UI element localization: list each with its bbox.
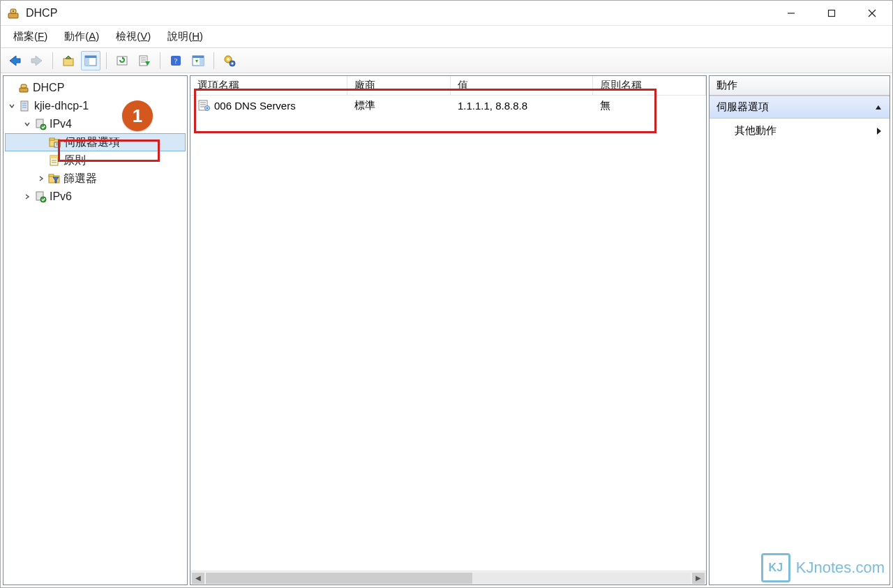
help-button[interactable]: ? (166, 51, 186, 70)
dhcp-icon (17, 82, 30, 94)
properties-button[interactable] (220, 51, 239, 70)
svg-rect-49 (49, 174, 54, 176)
toolbar: ? (1, 48, 892, 73)
menu-action[interactable]: 動作(A) (56, 27, 107, 46)
svg-rect-0 (8, 13, 18, 18)
forward-button[interactable] (27, 51, 47, 70)
close-button[interactable] (852, 1, 892, 25)
tree-label: IPv4 (50, 118, 72, 130)
body-area: DHCP k (1, 73, 892, 587)
chevron-right-icon (876, 127, 883, 135)
svg-rect-9 (63, 59, 73, 66)
titlebar: DHCP (1, 1, 892, 26)
actions-header: 動作 (710, 76, 890, 96)
cell-text: 006 DNS Servers (214, 100, 296, 112)
actions-group-label: 伺服器選項 (716, 100, 769, 114)
option-icon (197, 99, 210, 112)
window-title: DHCP (26, 7, 57, 20)
cell-value: 1.1.1.1, 8.8.8.8 (451, 100, 593, 112)
tree-server[interactable]: kjie-dhcp-1 (5, 97, 186, 115)
show-hide-action-pane-button[interactable] (188, 51, 208, 70)
col-policy-name[interactable]: 原則名稱 (593, 76, 706, 95)
toolbar-divider (213, 52, 214, 69)
scroll-thumb[interactable] (206, 573, 472, 584)
svg-rect-25 (200, 58, 204, 66)
svg-rect-40 (50, 138, 54, 140)
filter-folder-icon (48, 172, 61, 185)
col-vendor[interactable]: 廠商 (347, 76, 451, 95)
svg-marker-59 (876, 105, 881, 110)
svg-point-2 (13, 10, 14, 11)
tree-server-options[interactable]: 伺服器選項 (5, 133, 186, 151)
console-tree[interactable]: DHCP k (3, 76, 187, 585)
list-body[interactable]: 006 DNS Servers 標準 1.1.1.1, 8.8.8.8 無 (190, 96, 706, 571)
ipv4-icon (34, 118, 47, 130)
svg-marker-10 (66, 56, 71, 59)
svg-rect-31 (20, 88, 28, 92)
svg-rect-35 (22, 105, 27, 106)
tree-ipv4[interactable]: IPv4 (5, 115, 186, 133)
tree-ipv6[interactable]: IPv6 (5, 188, 186, 206)
tree-filters[interactable]: 篩選器 (5, 169, 186, 188)
svg-point-58 (207, 107, 208, 109)
expander-icon[interactable] (23, 193, 34, 201)
refresh-button[interactable] (112, 51, 132, 70)
svg-rect-12 (85, 56, 96, 58)
svg-rect-4 (829, 10, 835, 16)
back-button[interactable] (5, 51, 24, 70)
toolbar-divider (160, 52, 160, 69)
tree-label: kjie-dhcp-1 (34, 100, 89, 112)
toolbar-divider (106, 52, 107, 69)
svg-rect-24 (193, 56, 204, 58)
list-pane: 選項名稱 廠商 值 原則名稱 006 DNS Servers 標準 1.1.1.… (190, 75, 707, 585)
export-list-button[interactable] (135, 51, 154, 70)
svg-point-30 (232, 62, 234, 64)
menu-view[interactable]: 檢視(V) (107, 27, 159, 46)
app-window: DHCP 檔案(F) 動作(A) 檢視(V) 說明(H) (0, 0, 893, 588)
scroll-right-button[interactable]: ▶ (692, 573, 705, 584)
horizontal-scrollbar[interactable]: ◀ ▶ (190, 571, 706, 585)
window-controls (771, 1, 892, 25)
tree-policies[interactable]: 原則 (5, 151, 186, 169)
svg-rect-34 (22, 103, 27, 104)
scroll-left-button[interactable]: ◀ (192, 573, 204, 584)
menu-help[interactable]: 說明(H) (159, 27, 211, 46)
tree-pane: DHCP k (3, 75, 188, 585)
tree-label: 原則 (63, 153, 86, 168)
svg-marker-8 (31, 56, 42, 66)
toolbar-divider (52, 52, 53, 69)
maximize-button[interactable] (811, 1, 852, 25)
actions-item-label: 其他動作 (735, 124, 776, 137)
svg-rect-45 (50, 156, 58, 158)
tree-label: DHCP (33, 82, 64, 94)
svg-rect-13 (85, 58, 89, 66)
server-icon (19, 100, 31, 112)
list-row[interactable]: 006 DNS Servers 標準 1.1.1.1, 8.8.8.8 無 (190, 96, 706, 115)
col-option-name[interactable]: 選項名稱 (190, 76, 347, 95)
actions-other[interactable]: 其他動作 (710, 119, 890, 143)
list-header: 選項名稱 廠商 值 原則名稱 (190, 76, 706, 96)
svg-point-28 (227, 58, 230, 61)
policy-icon (48, 154, 61, 167)
up-level-button[interactable] (59, 51, 78, 70)
svg-text:?: ? (174, 56, 178, 65)
show-hide-tree-button[interactable] (81, 51, 100, 70)
menu-file[interactable]: 檔案(F) (5, 27, 56, 46)
collapse-icon (874, 103, 883, 112)
cell-policy-name: 無 (593, 99, 706, 112)
expander-icon[interactable] (23, 120, 34, 128)
scroll-track[interactable] (206, 573, 691, 584)
expander-icon[interactable] (8, 102, 19, 110)
minimize-button[interactable] (771, 1, 811, 25)
actions-pane: 動作 伺服器選項 其他動作 (709, 75, 890, 585)
tree-root-dhcp[interactable]: DHCP (5, 79, 186, 97)
tree-label: IPv6 (50, 190, 72, 203)
actions-group-header[interactable]: 伺服器選項 (710, 96, 890, 119)
expander-icon[interactable] (37, 174, 48, 183)
col-value[interactable]: 值 (451, 76, 593, 95)
cell-vendor: 標準 (347, 99, 451, 112)
svg-marker-7 (10, 56, 20, 66)
svg-marker-60 (877, 128, 881, 135)
svg-rect-32 (21, 84, 27, 88)
dhcp-app-icon (6, 6, 20, 20)
